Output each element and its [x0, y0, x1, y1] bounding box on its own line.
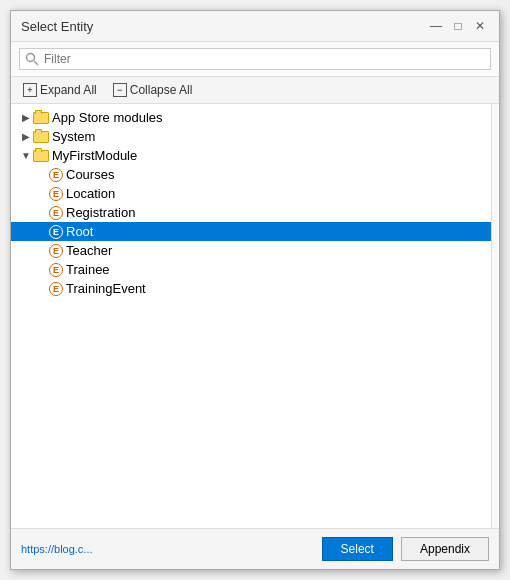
- filter-bar: [11, 42, 499, 77]
- expand-icon-myfirstmodule: ▼: [19, 149, 33, 163]
- item-label-trainingevent: TrainingEvent: [66, 281, 146, 296]
- item-label-root: Root: [66, 224, 93, 239]
- expand-icon-app-store: ▶: [19, 111, 33, 125]
- tree-scroll-wrapper: ▶App Store modules▶System▼MyFirstModuleE…: [11, 104, 499, 528]
- dialog-title: Select Entity: [21, 19, 93, 34]
- tree-item-location[interactable]: ELocation: [11, 184, 491, 203]
- select-button[interactable]: Select: [322, 537, 393, 561]
- close-button[interactable]: ✕: [471, 17, 489, 35]
- item-label-system: System: [52, 129, 95, 144]
- expand-icon-trainingevent: [35, 282, 49, 296]
- entity-badge-teacher: E: [49, 244, 63, 258]
- title-bar-buttons: — □ ✕: [427, 17, 489, 35]
- collapse-all-label: Collapse All: [130, 83, 193, 97]
- item-label-teacher: Teacher: [66, 243, 112, 258]
- minimize-button[interactable]: —: [427, 17, 445, 35]
- expand-icon-root: [35, 225, 49, 239]
- expand-all-label: Expand All: [40, 83, 97, 97]
- item-label-courses: Courses: [66, 167, 114, 182]
- select-entity-dialog: Select Entity — □ ✕ Expand All Collapse …: [10, 10, 500, 570]
- collapse-all-button[interactable]: Collapse All: [109, 81, 197, 99]
- tree-item-courses[interactable]: ECourses: [11, 165, 491, 184]
- entity-badge-registration: E: [49, 206, 63, 220]
- maximize-button[interactable]: □: [449, 17, 467, 35]
- vertical-scrollbar[interactable]: [491, 104, 499, 528]
- expand-icon-teacher: [35, 244, 49, 258]
- tree-item-root[interactable]: ERoot: [11, 222, 491, 241]
- entity-badge-root: E: [49, 225, 63, 239]
- tree-item-myfirstmodule[interactable]: ▼MyFirstModule: [11, 146, 491, 165]
- item-label-location: Location: [66, 186, 115, 201]
- tree-area: ▶App Store modules▶System▼MyFirstModuleE…: [11, 104, 491, 528]
- tree-item-app-store[interactable]: ▶App Store modules: [11, 108, 491, 127]
- appendix-button[interactable]: Appendix: [401, 537, 489, 561]
- tree-item-registration[interactable]: ERegistration: [11, 203, 491, 222]
- expand-icon-system: ▶: [19, 130, 33, 144]
- item-label-registration: Registration: [66, 205, 135, 220]
- tree-item-system[interactable]: ▶System: [11, 127, 491, 146]
- tree-toolbar: Expand All Collapse All: [11, 77, 499, 104]
- entity-badge-trainingevent: E: [49, 282, 63, 296]
- item-label-myfirstmodule: MyFirstModule: [52, 148, 137, 163]
- item-label-trainee: Trainee: [66, 262, 110, 277]
- tree-item-trainee[interactable]: ETrainee: [11, 260, 491, 279]
- expand-icon-courses: [35, 168, 49, 182]
- folder-icon-system: [33, 131, 49, 143]
- entity-badge-location: E: [49, 187, 63, 201]
- tree-item-trainingevent[interactable]: ETrainingEvent: [11, 279, 491, 298]
- filter-input[interactable]: [19, 48, 491, 70]
- expand-icon-trainee: [35, 263, 49, 277]
- folder-icon-myfirstmodule: [33, 150, 49, 162]
- entity-badge-trainee: E: [49, 263, 63, 277]
- title-bar: Select Entity — □ ✕: [11, 11, 499, 42]
- expand-all-icon: [23, 83, 37, 97]
- item-label-app-store: App Store modules: [52, 110, 163, 125]
- expand-all-button[interactable]: Expand All: [19, 81, 101, 99]
- folder-icon-app-store: [33, 112, 49, 124]
- collapse-all-icon: [113, 83, 127, 97]
- entity-badge-courses: E: [49, 168, 63, 182]
- dialog-footer: https://blog.c... Select Appendix: [11, 528, 499, 569]
- expand-icon-location: [35, 187, 49, 201]
- tree-item-teacher[interactable]: ETeacher: [11, 241, 491, 260]
- footer-link[interactable]: https://blog.c...: [21, 543, 93, 555]
- expand-icon-registration: [35, 206, 49, 220]
